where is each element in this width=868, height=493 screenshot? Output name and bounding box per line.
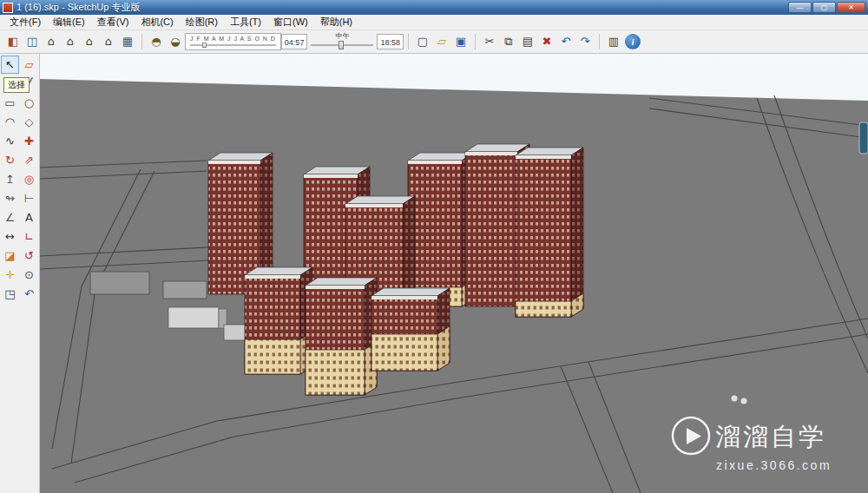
paste-button[interactable]: ▤: [518, 32, 537, 51]
redo-button[interactable]: ↷: [575, 32, 595, 51]
shadow-date-slider[interactable]: J F M A M J J A S O N D: [185, 33, 281, 50]
cut-button[interactable]: ✂: [480, 32, 499, 51]
watermark-title: 溜溜自学: [715, 423, 826, 450]
tool-previous-view[interactable]: ↶: [20, 285, 38, 303]
tool-select[interactable]: ↖: [1, 56, 19, 74]
close-button[interactable]: ✕: [837, 2, 865, 13]
iso-view-button[interactable]: ◧: [3, 32, 23, 51]
undo-button[interactable]: ↶: [556, 32, 575, 51]
tool-section-plane[interactable]: ◪: [1, 246, 19, 265]
edit-toolbar-group: ✂⧉▤✖↶↷: [480, 32, 595, 51]
erase-button[interactable]: ✖: [537, 32, 556, 51]
watermark-logo-marks: [741, 398, 747, 404]
time-end-value: 18:58: [377, 34, 404, 49]
time-start-value: 04:57: [281, 34, 308, 49]
sketchup-window: 1 (16).skp - SketchUp 专业版 — ▢ ✕ 文件(F)编辑(…: [0, 0, 868, 493]
tool-polygon[interactable]: ◇: [20, 113, 38, 131]
top-view-button[interactable]: ◫: [23, 32, 42, 51]
tool-zoom[interactable]: ⊙: [20, 266, 38, 284]
views-toolbar-group: ◧◫⌂⌂⌂⌂▦: [3, 32, 137, 51]
tool-text[interactable]: A: [20, 208, 38, 227]
menu-item-help[interactable]: 帮助(H): [314, 14, 358, 30]
menu-item-window[interactable]: 窗口(W): [267, 14, 314, 30]
tool-zoom-extents[interactable]: ◳: [1, 285, 19, 303]
toolbar-separator: [475, 34, 476, 49]
tool-pan[interactable]: ✛: [1, 266, 19, 284]
menu-item-tools[interactable]: 工具(T): [224, 14, 267, 30]
right-view-button[interactable]: ⌂: [61, 32, 80, 51]
left-view-button[interactable]: ⌂: [99, 32, 118, 51]
tool-follow-me[interactable]: ↬: [1, 189, 19, 207]
menu-bar: 文件(F)编辑(E)查看(V)相机(C)绘图(R)工具(T)窗口(W)帮助(H): [0, 15, 868, 30]
right-edge-tab[interactable]: [859, 122, 868, 154]
model-info-button[interactable]: i: [625, 34, 641, 49]
tool-eraser[interactable]: ▱: [20, 56, 38, 74]
new-button[interactable]: ▢: [413, 32, 432, 51]
open-button[interactable]: ▱: [432, 32, 451, 51]
menu-item-file[interactable]: 文件(F): [3, 14, 47, 30]
copy-button[interactable]: ⧉: [499, 32, 518, 51]
watermark-url: zixue.3066.com: [716, 458, 832, 472]
tool-axes[interactable]: ∟: [20, 227, 38, 246]
tool-orbit[interactable]: ↺: [20, 246, 38, 265]
tool-palette: 选择 ↖▱◧╱▭○◠◇∿✚↻⇗↥◎↬⊢∠A↔∟◪↺✛⊙◳↶: [0, 54, 40, 493]
save-button[interactable]: ▣: [451, 32, 470, 51]
building-tower-4[interactable]: [408, 153, 474, 306]
tool-protractor[interactable]: ∠: [1, 208, 19, 227]
main-toolbar: ◧◫⌂⌂⌂⌂▦ ◓ ◒ J F M A M J J A S O N D 04:5…: [0, 30, 868, 54]
viewport-canvas[interactable]: 溜溜自学 zixue.3066.com: [40, 54, 868, 493]
menu-item-view[interactable]: 查看(V): [91, 14, 135, 30]
output-toolbar-group: ▥i: [604, 32, 642, 51]
tool-scale[interactable]: ⇗: [20, 151, 38, 169]
building-front-1[interactable]: [245, 267, 312, 374]
toolbar-separator: [408, 34, 409, 49]
plan-view-button[interactable]: ▦: [118, 32, 137, 51]
tool-push-pull[interactable]: ↥: [1, 170, 19, 188]
shadow-toggle-button[interactable]: ◒: [166, 32, 185, 51]
building-tower-6[interactable]: [516, 148, 583, 317]
back-view-button[interactable]: ⌂: [80, 32, 99, 51]
tool-move[interactable]: ✚: [20, 132, 38, 150]
tool-freehand[interactable]: ∿: [1, 132, 19, 150]
menu-item-edit[interactable]: 编辑(E): [47, 14, 91, 30]
building-front-3[interactable]: [372, 288, 450, 371]
menu-item-camera[interactable]: 相机(C): [135, 14, 179, 30]
menu-item-draw[interactable]: 绘图(R): [180, 14, 224, 30]
model-viewport[interactable]: 溜溜自学 zixue.3066.com: [40, 54, 868, 493]
time-slider-thumb[interactable]: [339, 41, 344, 49]
toolbar-separator: [599, 34, 600, 49]
tool-circle[interactable]: ○: [20, 94, 38, 112]
tool-tape-measure[interactable]: ⊢: [20, 189, 38, 207]
tool-rectangle[interactable]: ▭: [1, 94, 19, 112]
toolbar-separator: [141, 34, 142, 49]
tool-rotate[interactable]: ↻: [1, 151, 19, 169]
title-bar: 1 (16).skp - SketchUp 专业版 — ▢ ✕: [0, 0, 868, 15]
print-button[interactable]: ▥: [604, 32, 623, 51]
window-title: 1 (16).skp - SketchUp 专业版: [16, 0, 140, 15]
tool-dimension[interactable]: ↔: [1, 227, 19, 246]
select-tool-tooltip: 选择: [3, 77, 30, 93]
file-toolbar-group: ▢▱▣: [413, 32, 470, 51]
minimize-button[interactable]: —: [788, 2, 812, 13]
app-icon: [3, 3, 13, 13]
tool-offset[interactable]: ◎: [20, 170, 38, 188]
front-view-button[interactable]: ⌂: [42, 32, 61, 51]
shadow-time-slider[interactable]: 中午: [309, 32, 375, 51]
month-letters: J F M A M J J A S O N D: [190, 35, 276, 43]
watermark-logo-marks: [732, 396, 738, 402]
maximize-button[interactable]: ▢: [812, 2, 836, 13]
shadow-toolbar-group: ◓ ◒ J F M A M J J A S O N D 04:57 中午 18:…: [147, 32, 404, 51]
noon-label: 中午: [309, 32, 375, 40]
shadow-settings-button[interactable]: ◓: [147, 32, 166, 51]
date-slider-thumb[interactable]: [202, 43, 207, 48]
building-front-2[interactable]: [306, 278, 377, 395]
tool-arc[interactable]: ◠: [1, 113, 19, 131]
